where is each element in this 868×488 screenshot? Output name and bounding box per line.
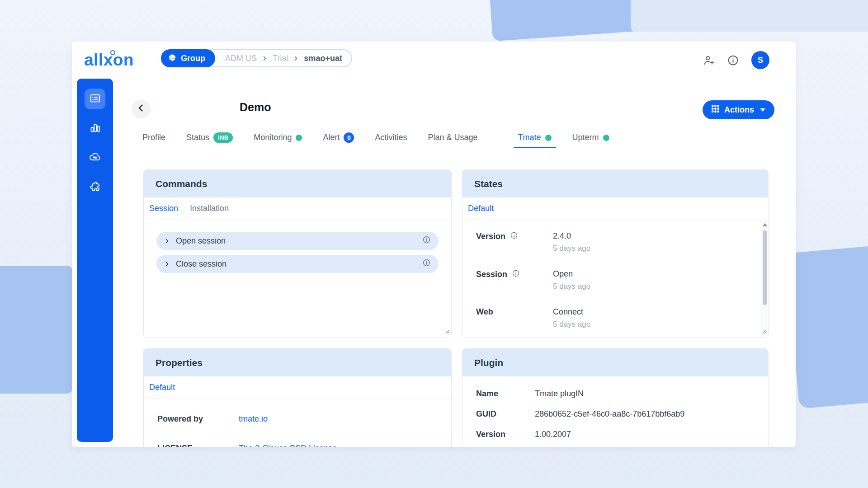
plugin-card: Plugin Name Tmate plugIN GUID 286b0652-c… [462, 348, 769, 447]
commands-tab-session[interactable]: Session [149, 204, 178, 213]
property-row-license: LICENSE The 3-Clause BSD License [157, 444, 451, 447]
state-row-web: Web Connect 5 days ago [476, 307, 760, 329]
info-icon[interactable] [422, 235, 431, 246]
bg-shape-right [786, 244, 868, 408]
plugin-label: Version [476, 430, 535, 439]
states-card: States Default Version 2.4.0 5 days ago [462, 169, 769, 338]
command-label: Open session [176, 236, 226, 246]
breadcrumb-group-label: Group [181, 54, 205, 63]
bg-shape-left [0, 266, 72, 394]
info-icon[interactable] [510, 231, 518, 242]
state-value: Open [553, 269, 590, 279]
layers-icon [168, 53, 177, 64]
state-value: 2.4.0 [553, 231, 590, 241]
license-link[interactable]: The 3-Clause BSD License [239, 444, 337, 447]
state-row-version: Version 2.4.0 5 days ago [476, 231, 760, 253]
tab-upterm[interactable]: Upterm [571, 127, 610, 148]
tab-status[interactable]: Status INB [185, 127, 234, 148]
state-label: Version [476, 232, 505, 241]
sidebar-item-monitoring[interactable] [85, 118, 105, 139]
tab-label: Status [186, 133, 209, 142]
tab-tmate[interactable]: Tmate [517, 127, 552, 148]
chevron-left-icon [136, 103, 146, 115]
status-dot [545, 135, 552, 141]
plugin-row-name: Name Tmate plugIN [476, 389, 768, 399]
tmate-io-link[interactable]: tmate.io [239, 414, 268, 424]
commands-card: Commands Session Installation Open sessi… [143, 169, 452, 338]
allxon-logo: allxon [84, 51, 134, 69]
property-row-powered-by: Powered by tmate.io [157, 414, 451, 424]
scroll-up-arrow-icon[interactable] [763, 223, 767, 226]
tab-activities[interactable]: Activities [374, 127, 408, 148]
plugin-value: 286b0652-c5ef-46c0-aa8c-7b617bbf6ab9 [535, 409, 684, 419]
breadcrumb-group-pill[interactable]: Group [161, 49, 215, 67]
status-inb-badge: INB [213, 132, 233, 143]
tab-plan-usage[interactable]: Plan & Usage [427, 127, 478, 148]
puzzle-icon [89, 180, 101, 194]
info-icon[interactable] [727, 54, 739, 66]
info-icon[interactable] [512, 269, 520, 280]
properties-card: Properties Default Powered by tmate.io L… [143, 348, 452, 447]
resize-handle-icon[interactable] [761, 328, 767, 336]
states-filter-default[interactable]: Default [468, 204, 494, 213]
avatar[interactable]: S [751, 51, 769, 69]
breadcrumb: Group ADM US Trial smao+uat [161, 49, 352, 67]
tab-monitoring[interactable]: Monitoring [253, 127, 303, 148]
tab-label: Tmate [518, 133, 541, 142]
person-add-icon[interactable] [703, 54, 715, 66]
plugin-value: 1.00.2007 [535, 430, 571, 439]
commands-tab-installation[interactable]: Installation [190, 204, 229, 213]
device-list-icon [89, 92, 101, 106]
app-window: allxon Group ADM US Trial smao+uat S [72, 42, 796, 447]
properties-filter-default[interactable]: Default [149, 383, 175, 392]
cloud-ota-icon [89, 150, 101, 165]
plugin-label: Name [476, 389, 535, 399]
chevron-right-icon [163, 237, 171, 245]
plugin-row-guid: GUID 286b0652-c5ef-46c0-aa8c-7b617bbf6ab… [476, 409, 768, 419]
tab-label: Monitoring [254, 133, 292, 142]
breadcrumb-item-current[interactable]: smao+uat [304, 54, 342, 63]
plugin-card-title: Plugin [462, 349, 768, 376]
property-label: Powered by [157, 414, 239, 424]
command-close-session[interactable]: Close session [156, 255, 439, 273]
tab-bar: Profile Status INB Monitoring Alert 0 Ac… [142, 127, 769, 148]
tab-label: Profile [142, 133, 165, 142]
tab-alert[interactable]: Alert 0 [322, 127, 355, 148]
bg-shape-top [489, 0, 642, 41]
actions-label: Actions [724, 105, 754, 115]
caret-down-icon [760, 108, 765, 112]
actions-button[interactable]: Actions [703, 100, 774, 119]
properties-card-title: Properties [144, 349, 451, 376]
scrollbar[interactable] [761, 221, 768, 337]
scrollbar-thumb[interactable] [763, 230, 767, 305]
tab-label: Plan & Usage [428, 133, 477, 142]
connect-link[interactable]: Connect [553, 307, 590, 317]
tab-divider [498, 131, 498, 144]
resize-handle-icon[interactable] [444, 328, 450, 336]
command-open-session[interactable]: Open session [156, 232, 439, 250]
info-icon[interactable] [422, 258, 431, 269]
property-label: LICENSE [157, 444, 239, 447]
status-dot [603, 135, 609, 141]
state-timestamp: 5 days ago [553, 244, 590, 253]
state-label: Web [476, 307, 493, 317]
page-title: Demo [240, 101, 271, 114]
chevron-right-icon [163, 260, 171, 268]
commands-card-title: Commands [144, 170, 451, 197]
breadcrumb-item-group[interactable]: Trial [273, 54, 288, 63]
sidebar-item-plugins[interactable] [85, 177, 105, 197]
command-label: Close session [176, 259, 226, 269]
avatar-initial: S [758, 55, 764, 65]
plugin-value: Tmate plugIN [535, 389, 584, 399]
tab-label: Upterm [572, 133, 599, 142]
state-row-session: Session Open 5 days ago [476, 269, 760, 291]
states-card-title: States [462, 170, 768, 197]
sidebar-item-devices[interactable] [85, 89, 105, 109]
breadcrumb-item-org[interactable]: ADM US [225, 54, 257, 63]
plugin-label: GUID [476, 409, 535, 419]
alert-count-badge: 0 [344, 132, 354, 143]
tab-label: Activities [375, 133, 407, 142]
sidebar-item-ota[interactable] [85, 147, 105, 168]
back-button[interactable] [132, 99, 151, 118]
tab-profile[interactable]: Profile [142, 127, 166, 148]
